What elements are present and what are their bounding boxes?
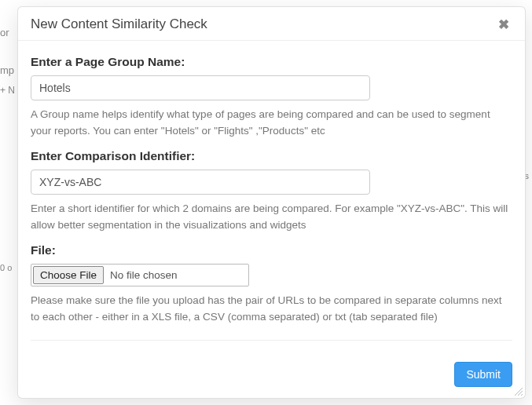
bg-text: + N: [0, 85, 15, 96]
file-help: Please make sure the file you upload has…: [31, 293, 510, 326]
file-status-text: No file chosen: [104, 266, 184, 284]
file-label: File:: [31, 243, 512, 257]
bg-text: or: [0, 27, 9, 38]
bg-text: mp: [0, 64, 14, 76]
choose-file-button[interactable]: Choose File: [33, 266, 104, 284]
group-name-label: Enter a Page Group Name:: [31, 55, 512, 69]
file-input-wrapper[interactable]: Choose File No file chosen: [31, 264, 249, 286]
comparison-identifier-help: Enter a short identifier for which 2 dom…: [31, 201, 510, 234]
divider: [31, 340, 512, 341]
svg-line-2: [521, 394, 523, 396]
group-name-help: A Group name helps identify what type of…: [31, 107, 510, 140]
modal-footer: Submit: [18, 354, 525, 398]
comparison-identifier-input[interactable]: [31, 170, 370, 195]
resize-handle-icon[interactable]: [512, 385, 523, 396]
group-name-input[interactable]: [31, 75, 370, 100]
comparison-identifier-label: Enter Comparison Identifier:: [31, 149, 512, 163]
modal-body: Enter a Page Group Name: A Group name he…: [18, 41, 525, 354]
close-icon[interactable]: ✖: [495, 18, 512, 31]
modal-header: New Content Similarity Check ✖: [18, 7, 525, 41]
modal-dialog: New Content Similarity Check ✖ Enter a P…: [17, 6, 526, 399]
submit-button[interactable]: Submit: [454, 362, 512, 387]
bg-text: 0 o: [0, 263, 12, 272]
modal-title: New Content Similarity Check: [31, 16, 207, 32]
